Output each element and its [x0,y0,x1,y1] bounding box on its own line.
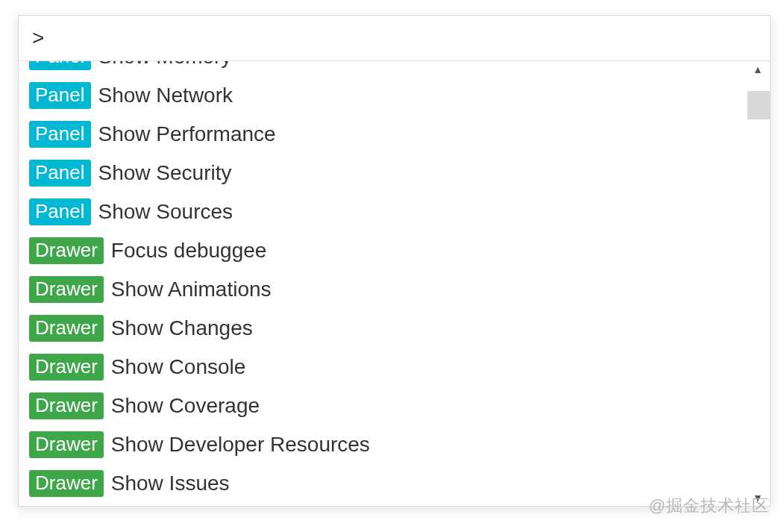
panel-tag: Panel [29,121,91,148]
command-result[interactable]: Panel Show Network [19,76,746,115]
panel-tag: Panel [29,198,91,225]
command-result-label: Show Console [111,355,246,379]
command-result-label: Show Changes [111,316,253,340]
command-result[interactable]: Panel Show Performance [19,115,746,154]
command-result[interactable]: Drawer Focus debuggee [19,231,746,270]
command-result-label: Show Developer Resources [111,433,370,457]
command-result-label: Show Coverage [111,394,260,418]
command-results: Panel Show Memory Panel Show Network Pan… [19,61,746,506]
scroll-up-icon[interactable]: ▲ [746,61,770,78]
drawer-tag: Drawer [29,237,104,264]
drawer-tag: Drawer [29,392,104,419]
command-result[interactable]: Drawer Show Developer Resources [19,425,746,464]
command-result[interactable]: Panel Show Security [19,154,746,193]
watermark: @掘金技术社区 [649,495,769,517]
drawer-tag: Drawer [29,470,104,497]
command-input[interactable] [32,26,756,50]
command-menu: Panel Show Memory Panel Show Network Pan… [18,15,771,507]
scroll-thumb[interactable] [747,91,770,119]
command-result[interactable]: Drawer Show Console [19,348,746,387]
command-input-row [19,16,770,61]
command-result-label: Show Performance [98,122,276,146]
results-scrollbar[interactable]: ▲ ▼ [746,61,770,506]
command-result-label: Show Memory [98,61,232,69]
command-result[interactable]: Panel Show Memory [19,61,746,76]
command-result-label: Show Network [98,84,233,107]
command-result[interactable]: Drawer Show Issues [19,464,746,503]
command-result-label: Focus debuggee [111,239,267,263]
drawer-tag: Drawer [29,354,104,381]
command-result-label: Show Security [98,161,232,185]
command-result-label: Show Animations [111,278,272,301]
command-result[interactable]: Panel Show Sources [19,193,746,231]
command-result-label: Show Sources [98,200,233,224]
drawer-tag: Drawer [29,315,104,342]
panel-tag: Panel [29,160,91,187]
command-result[interactable]: Drawer Show Animations [19,270,746,309]
drawer-tag: Drawer [29,276,104,303]
panel-tag: Panel [29,82,91,109]
command-results-wrap: Panel Show Memory Panel Show Network Pan… [19,61,770,506]
drawer-tag: Drawer [29,431,104,458]
command-result[interactable]: Drawer Show Coverage [19,387,746,425]
panel-tag: Panel [29,61,91,70]
command-result-label: Show Issues [111,472,230,495]
command-result[interactable]: Drawer Show Changes [19,309,746,348]
scroll-track[interactable] [746,78,770,489]
